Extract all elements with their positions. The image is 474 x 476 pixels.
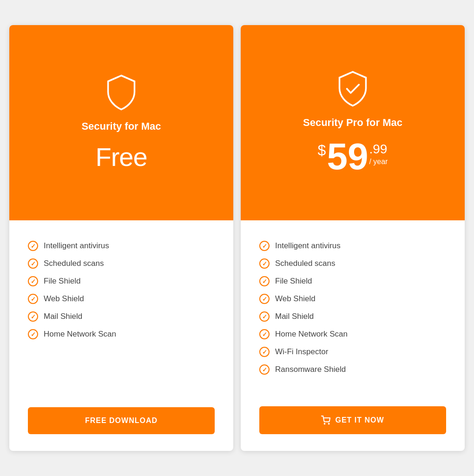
free-card-header: Security for Mac Free (9, 25, 233, 220)
feature-label: File Shield (275, 277, 312, 286)
check-icon (259, 241, 270, 251)
free-features-list: Intelligent antivirus Scheduled scans Fi… (28, 237, 215, 379)
list-item: Mail Shield (28, 308, 215, 325)
pro-card-body: Intelligent antivirus Scheduled scans Fi… (241, 220, 465, 395)
pro-card-title: Security Pro for Mac (303, 117, 402, 129)
shield-check-icon (334, 70, 371, 107)
free-price: Free (95, 142, 147, 172)
get-it-now-label: GET IT NOW (335, 416, 384, 424)
list-item: Home Network Scan (28, 325, 215, 343)
list-item: Home Network Scan (259, 325, 446, 343)
check-icon (28, 294, 38, 304)
pro-card: Security Pro for Mac $ 59 .99 / year Int… (241, 25, 465, 451)
feature-label: Mail Shield (44, 312, 82, 321)
price-main-number: 59 (327, 138, 368, 175)
feature-label: File Shield (44, 277, 80, 286)
svg-point-1 (329, 423, 329, 424)
price-cents-period: .99 / year (369, 142, 388, 166)
list-item: Web Shield (28, 290, 215, 308)
pro-card-header: Security Pro for Mac $ 59 .99 / year (241, 25, 465, 220)
get-it-now-button[interactable]: GET IT NOW (259, 406, 446, 434)
list-item: File Shield (259, 272, 446, 290)
check-icon (259, 347, 270, 357)
free-card: Security for Mac Free Intelligent antivi… (9, 25, 233, 451)
price-period: / year (369, 158, 388, 166)
list-item: Wi-Fi Inspector (259, 343, 446, 361)
cart-icon (321, 416, 330, 425)
check-icon (259, 276, 270, 286)
check-icon (28, 329, 38, 339)
pro-features-list: Intelligent antivirus Scheduled scans Fi… (259, 237, 446, 378)
check-icon (28, 241, 38, 251)
list-item: Scheduled scans (259, 255, 446, 272)
check-icon (28, 276, 38, 286)
free-card-title: Security for Mac (81, 120, 161, 132)
feature-label: Scheduled scans (275, 259, 335, 268)
check-icon (259, 311, 270, 322)
cards-container: Security for Mac Free Intelligent antivi… (0, 16, 474, 460)
feature-label: Web Shield (275, 294, 316, 304)
list-item: Scheduled scans (28, 255, 215, 272)
list-item: Mail Shield (259, 308, 446, 325)
shield-empty-icon (103, 74, 140, 111)
free-card-footer: FREE DOWNLOAD (9, 396, 233, 451)
free-card-body: Intelligent antivirus Scheduled scans Fi… (9, 220, 233, 396)
feature-label: Mail Shield (275, 312, 314, 321)
price-cents: .99 (369, 142, 387, 157)
list-item: File Shield (28, 272, 215, 290)
check-icon (28, 258, 38, 269)
list-item: Web Shield (259, 290, 446, 308)
feature-label: Intelligent antivirus (275, 241, 341, 251)
list-item: Ransomware Shield (259, 361, 446, 378)
feature-label: Scheduled scans (44, 259, 104, 268)
pro-price: $ 59 .99 / year (318, 138, 388, 175)
free-download-button[interactable]: FREE DOWNLOAD (28, 407, 215, 434)
check-icon (28, 311, 38, 322)
feature-label: Home Network Scan (275, 330, 348, 339)
svg-point-0 (324, 423, 325, 424)
feature-label: Ransomware Shield (275, 365, 346, 374)
check-icon (259, 329, 270, 339)
check-icon (259, 294, 270, 304)
feature-label: Web Shield (44, 294, 84, 304)
pro-card-footer: GET IT NOW (241, 395, 465, 451)
feature-label: Home Network Scan (44, 330, 116, 339)
check-icon (259, 364, 270, 375)
free-download-label: FREE DOWNLOAD (85, 416, 158, 425)
price-dollar-sign: $ (318, 142, 326, 159)
feature-label: Wi-Fi Inspector (275, 347, 328, 357)
list-item: Intelligent antivirus (28, 237, 215, 255)
list-item: Intelligent antivirus (259, 237, 446, 255)
check-icon (259, 258, 270, 269)
feature-label: Intelligent antivirus (44, 241, 109, 251)
